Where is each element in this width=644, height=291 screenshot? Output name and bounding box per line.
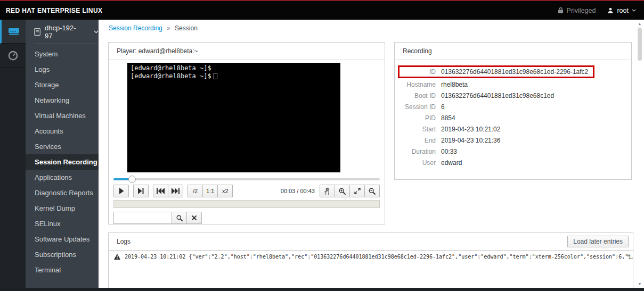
clear-search-button[interactable] bbox=[186, 212, 202, 224]
field-label: Session ID bbox=[403, 103, 436, 111]
log-entry-row[interactable]: 2019-04-23 10:21:02 {"ver":"2.2","host":… bbox=[109, 251, 633, 263]
recording-field-session-id: Session ID 6 bbox=[403, 103, 623, 111]
double-speed-button[interactable]: x2 bbox=[217, 185, 233, 197]
fit-to-button[interactable] bbox=[349, 185, 365, 197]
drag-pan-button[interactable] bbox=[320, 185, 335, 197]
sidebar-item-networking[interactable]: Networking bbox=[26, 93, 99, 108]
field-value: 6 bbox=[441, 103, 445, 111]
host-selector[interactable]: dhcp-192-97 bbox=[26, 20, 99, 44]
load-later-entries-button[interactable]: Load later entries bbox=[567, 236, 629, 247]
skip-group bbox=[133, 185, 149, 197]
sidebar-item-storage[interactable]: Storage bbox=[26, 77, 99, 93]
logs-scroll-up-arrow[interactable]: ▲ bbox=[626, 253, 630, 257]
zoom-out-button[interactable] bbox=[364, 185, 380, 197]
sidebar-item-selinux[interactable]: SELinux bbox=[26, 216, 99, 231]
recording-details: ID 013632276d64401881ed31c98e68c1ed-2296… bbox=[395, 60, 631, 167]
progress-track[interactable] bbox=[113, 178, 380, 180]
zoom-in-icon bbox=[339, 188, 346, 195]
terminal-line: [edward@rhel8beta ~]$ bbox=[131, 72, 337, 80]
field-label: Hostname bbox=[403, 81, 436, 88]
field-value: 2019-04-23 10:21:02 bbox=[441, 126, 500, 133]
seek-group bbox=[153, 185, 183, 197]
field-label: Duration bbox=[403, 148, 436, 155]
progress-thumb[interactable] bbox=[128, 176, 136, 183]
recording-field-boot-id: Boot ID 013632276d64401881ed31c98e68c1ed bbox=[403, 92, 623, 99]
close-icon bbox=[192, 215, 197, 220]
fast-backward-button[interactable] bbox=[153, 185, 168, 197]
fast-forward-icon bbox=[172, 188, 180, 194]
sidebar-item-virtual-machines[interactable]: Virtual Machines bbox=[26, 108, 99, 123]
sidebar-item-diagnostic-reports[interactable]: Diagnostic Reports bbox=[26, 185, 99, 201]
expand-arrows-icon bbox=[354, 188, 361, 194]
sidebar-item-terminal[interactable]: Terminal bbox=[26, 262, 99, 278]
breadcrumb-session-recording-link[interactable]: Session Recording bbox=[109, 24, 162, 32]
play-button[interactable] bbox=[113, 185, 129, 197]
sidebar-item-software-updates[interactable]: Software Updates bbox=[26, 231, 99, 247]
log-entry-text: 2019-04-23 10:21:02 {"ver":"2.2","host":… bbox=[125, 254, 633, 260]
recording-panel: Recording ID 013632276d64401881ed31c98e6… bbox=[394, 42, 632, 180]
search-icon bbox=[176, 215, 183, 221]
field-label: PID bbox=[403, 114, 436, 122]
logs-title: Logs bbox=[117, 238, 131, 245]
logs-panel-header: Logs Load later entries bbox=[109, 233, 633, 250]
main-content: Session Recording » Session Player: edwa… bbox=[99, 20, 644, 288]
host-name: dhcp-192-97 bbox=[45, 24, 83, 40]
content-scrollbar[interactable]: ▲ ▼ bbox=[637, 21, 643, 287]
caret-down-icon bbox=[632, 9, 636, 12]
search-input[interactable] bbox=[113, 212, 172, 224]
sidebar-item-session-recording[interactable]: Session Recording bbox=[26, 154, 99, 170]
zoom-in-button[interactable] bbox=[335, 185, 350, 197]
sidebar-item-kernel-dump[interactable]: Kernel Dump bbox=[26, 201, 99, 216]
recording-field-pid: PID 8854 bbox=[403, 114, 623, 122]
field-value: rhel8beta bbox=[441, 81, 468, 88]
sidebar-item-system[interactable]: System bbox=[26, 46, 99, 62]
caret-down-icon bbox=[94, 30, 99, 34]
rail-dashboard-button[interactable] bbox=[0, 44, 26, 68]
scroll-up-arrow[interactable]: ▲ bbox=[637, 22, 643, 26]
field-label: End bbox=[403, 137, 436, 144]
sidebar-item-logs[interactable]: Logs bbox=[26, 62, 99, 77]
playback-progress bbox=[113, 175, 380, 184]
masthead: RED HAT ENTERPRISE LINUX Privileged root bbox=[0, 0, 644, 20]
player-panel-header: Player: edward@rhel8beta:~ bbox=[109, 43, 385, 60]
field-value: 8854 bbox=[441, 114, 455, 122]
time-display: 00:03 / 00:43 bbox=[281, 188, 315, 194]
warning-icon bbox=[114, 254, 120, 260]
user-menu-button[interactable]: root bbox=[607, 7, 636, 14]
field-value: 013632276d64401881ed31c98e68c1ed bbox=[441, 92, 554, 99]
rail-host-button[interactable] bbox=[0, 20, 26, 44]
search-button[interactable] bbox=[172, 212, 187, 224]
masthead-right: Privileged root bbox=[558, 7, 636, 14]
field-label: User bbox=[403, 159, 436, 167]
terminal-cursor bbox=[214, 73, 217, 79]
recording-field-user: User edward bbox=[403, 159, 623, 167]
fast-forward-button[interactable] bbox=[168, 185, 183, 197]
host-doc-icon bbox=[34, 28, 40, 36]
brand-title: RED HAT ENTERPRISE LINUX bbox=[6, 7, 102, 14]
skip-frame-button[interactable] bbox=[133, 185, 149, 197]
privileged-label: Privileged bbox=[567, 7, 596, 14]
sidebar-item-accounts[interactable]: Accounts bbox=[26, 123, 99, 139]
sidebar-item-applications[interactable]: Applications bbox=[26, 170, 99, 185]
player-panel: Player: edward@rhel8beta:~ [edward@rhel8… bbox=[108, 42, 385, 225]
progress-fill bbox=[113, 178, 132, 180]
logs-panel: Logs Load later entries 2019-04-23 10:21… bbox=[108, 232, 633, 288]
recording-title: Recording bbox=[403, 47, 432, 55]
field-label: Boot ID bbox=[403, 92, 436, 99]
player-title: Player: edward@rhel8beta:~ bbox=[117, 47, 198, 55]
half-speed-button[interactable]: /2 bbox=[188, 185, 203, 197]
skip-frame-icon bbox=[138, 188, 144, 194]
terminal-display[interactable]: [edward@rhel8beta ~]$ [edward@rhel8beta … bbox=[127, 63, 340, 172]
field-value: 013632276d64401881ed31c98e68c1ed-2296-1a… bbox=[441, 68, 588, 76]
normal-speed-button[interactable]: 1:1 bbox=[202, 185, 218, 197]
sidebar-item-services[interactable]: Services bbox=[26, 139, 99, 154]
sidebar-item-subscriptions[interactable]: Subscriptions bbox=[26, 247, 99, 262]
breadcrumb-separator: » bbox=[167, 24, 170, 32]
zoom-out-icon bbox=[369, 188, 376, 195]
logs-list: 2019-04-23 10:21:02 {"ver":"2.2","host":… bbox=[109, 250, 633, 288]
scrollbar-thumb[interactable] bbox=[638, 28, 642, 61]
scroll-down-arrow[interactable]: ▼ bbox=[637, 282, 643, 286]
recording-field-start: Start 2019-04-23 10:21:02 bbox=[403, 126, 623, 133]
terminal-line: [edward@rhel8beta ~]$ bbox=[131, 64, 337, 72]
sidebar: dhcp-192-97 System Logs Storage Networki… bbox=[26, 20, 99, 288]
